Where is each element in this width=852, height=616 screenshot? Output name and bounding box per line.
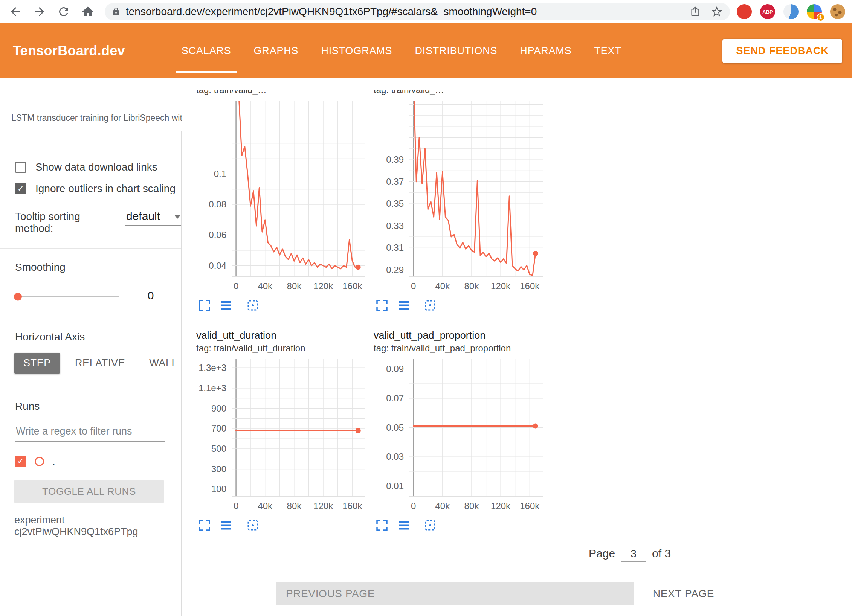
home-icon[interactable] — [81, 5, 95, 19]
chevron-down-icon — [174, 215, 180, 222]
abp-extension-icon[interactable]: ABP — [760, 4, 775, 19]
run-list-item: . — [15, 455, 181, 467]
tab-distributions[interactable]: DISTRIBUTIONS — [403, 23, 508, 78]
horizontal-axis-buttons: STEP RELATIVE WALL — [14, 353, 181, 374]
line-chart-plot[interactable]: 040k80k120k160k0.010.030.050.070.09 — [371, 359, 543, 513]
svg-text:120k: 120k — [491, 501, 511, 511]
svg-text:120k: 120k — [491, 281, 511, 291]
toggle-all-runs-button[interactable]: TOGGLE ALL RUNS — [14, 480, 164, 503]
svg-text:500: 500 — [211, 444, 226, 454]
svg-text:80k: 80k — [287, 281, 302, 291]
chart-row: tag: train/valid_… 040k80k120k160k0.040.… — [182, 90, 852, 314]
show-download-links-checkbox[interactable] — [15, 162, 26, 173]
run-checkbox[interactable] — [15, 456, 26, 467]
axis-wall-button[interactable]: WALL — [140, 353, 186, 374]
horizontal-axis-label: Horizontal Axis — [0, 331, 181, 343]
chart-tag: tag: train/valid_… — [371, 90, 543, 96]
axis-step-button[interactable]: STEP — [14, 353, 60, 374]
runs-list-icon[interactable] — [218, 297, 235, 314]
svg-text:0: 0 — [411, 501, 416, 511]
tab-graphs[interactable]: GRAPHS — [243, 23, 310, 78]
svg-text:40k: 40k — [435, 281, 450, 291]
next-page-button[interactable]: NEXT PAGE — [646, 582, 721, 606]
url-text[interactable]: tensorboard.dev/experiment/cj2vtPiwQHKN9… — [126, 6, 680, 18]
fit-domain-icon[interactable] — [244, 517, 261, 534]
line-chart-plot[interactable]: 040k80k120k160k0.040.060.080.1 — [194, 101, 365, 293]
svg-text:160k: 160k — [342, 501, 362, 511]
svg-text:0.09: 0.09 — [386, 364, 404, 374]
https-lock-icon[interactable] — [111, 7, 121, 16]
runs-list-icon[interactable] — [395, 517, 412, 534]
chart-tag: tag: train/valid_utt_duration — [194, 342, 365, 354]
adblock-extension-icon[interactable] — [737, 4, 752, 19]
smoothing-slider-thumb[interactable] — [14, 293, 22, 301]
expand-chart-icon[interactable] — [196, 297, 213, 314]
tooltip-sorting-label: Tooltip sorting method: — [15, 210, 117, 235]
tab-hparams[interactable]: HPARAMS — [508, 23, 583, 78]
address-bar[interactable]: tensorboard.dev/experiment/cj2vtPiwQHKN9… — [105, 3, 730, 20]
fit-domain-icon[interactable] — [244, 297, 261, 314]
chart-actions — [194, 297, 365, 314]
svg-text:0.07: 0.07 — [386, 393, 404, 403]
page-label: Page — [589, 547, 615, 560]
expand-chart-icon[interactable] — [196, 517, 213, 534]
run-color-ring-icon — [35, 457, 44, 466]
svg-text:300: 300 — [211, 464, 226, 474]
run-name: . — [52, 455, 55, 467]
svg-text:100: 100 — [211, 484, 226, 494]
tooltip-sorting-row: Tooltip sorting method: default — [15, 210, 181, 235]
smoothing-value-field[interactable]: 0 — [135, 289, 166, 304]
smoothing-slider[interactable] — [15, 296, 119, 297]
page-number-input[interactable] — [621, 547, 646, 562]
fit-domain-icon[interactable] — [422, 297, 438, 314]
line-chart-plot[interactable]: 040k80k120k160k0.290.310.330.350.370.39 — [371, 101, 543, 293]
browser-toolbar: tensorboard.dev/experiment/cj2vtPiwQHKN9… — [0, 0, 852, 23]
chart-card: valid_utt_pad_proportion tag: train/vali… — [371, 329, 543, 534]
share-icon[interactable] — [689, 6, 701, 18]
pie-extension-icon[interactable] — [783, 4, 799, 19]
dashboard-tabs: SCALARS GRAPHS HISTOGRAMS DISTRIBUTIONS … — [170, 23, 633, 78]
tooltip-sorting-dropdown[interactable]: default — [125, 210, 181, 226]
svg-text:0.08: 0.08 — [209, 199, 226, 209]
tab-text[interactable]: TEXT — [583, 23, 632, 78]
tensorboard-logo[interactable]: TensorBoard.dev — [13, 43, 125, 59]
send-feedback-button[interactable]: SEND FEEDBACK — [722, 39, 842, 63]
show-download-links-row: Show data download links — [0, 156, 181, 178]
svg-text:0.33: 0.33 — [386, 221, 404, 231]
svg-text:80k: 80k — [464, 281, 479, 291]
back-icon[interactable] — [8, 5, 23, 19]
tab-scalars[interactable]: SCALARS — [170, 23, 243, 78]
chart-tag: tag: train/valid_utt_pad_proportion — [371, 342, 543, 354]
chart-actions — [371, 297, 543, 314]
ignore-outliers-checkbox[interactable] — [15, 183, 26, 194]
line-chart-plot[interactable]: 040k80k120k160k1003005007009001.1e+31.3e… — [194, 359, 365, 513]
page-of-label: of 3 — [652, 547, 671, 560]
pagination: Page of 3 — [589, 547, 671, 562]
axis-relative-button[interactable]: RELATIVE — [66, 353, 134, 374]
extensions-area: ABP 1 — [737, 4, 847, 19]
svg-text:900: 900 — [211, 403, 226, 413]
runs-list-icon[interactable] — [218, 517, 235, 534]
forward-icon[interactable] — [32, 5, 47, 19]
chart-title: valid_utt_duration — [194, 329, 365, 342]
previous-page-button[interactable]: PREVIOUS PAGE — [276, 582, 634, 605]
fit-domain-icon[interactable] — [422, 517, 438, 534]
svg-text:0.06: 0.06 — [209, 230, 226, 240]
smoothing-label: Smoothing — [0, 261, 181, 273]
svg-text:0: 0 — [234, 501, 238, 511]
tab-histograms[interactable]: HISTOGRAMS — [310, 23, 403, 78]
profile-avatar[interactable]: 1 — [807, 4, 822, 19]
cookie-extension-icon[interactable] — [830, 4, 845, 19]
runs-list-icon[interactable] — [395, 297, 412, 314]
expand-chart-icon[interactable] — [374, 297, 390, 314]
smoothing-slider-row: 0 — [15, 289, 166, 304]
chart-card: tag: train/valid_… 040k80k120k160k0.040.… — [194, 90, 365, 314]
charts-area: tag: train/valid_… 040k80k120k160k0.040.… — [182, 90, 852, 616]
bookmark-star-icon[interactable] — [710, 5, 723, 18]
runs-filter-input[interactable] — [15, 425, 165, 438]
notification-badge: 1 — [817, 13, 825, 21]
expand-chart-icon[interactable] — [374, 517, 390, 534]
runs-label: Runs — [0, 400, 181, 412]
svg-text:120k: 120k — [313, 501, 333, 511]
reload-icon[interactable] — [56, 5, 71, 19]
